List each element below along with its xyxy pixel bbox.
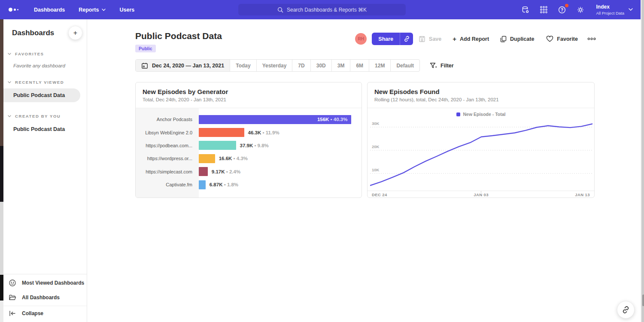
svg-text:30K: 30K	[372, 121, 380, 126]
x-axis-labels: DEC 24 JAN 03 JAN 13	[368, 191, 594, 198]
bar-chart-card: New Episodes by Generator Total, Dec 24t…	[135, 82, 362, 198]
bar-row: Captivate.fm6.87K • 1.8%	[136, 178, 361, 191]
scrollbar[interactable]	[641, 0, 644, 322]
duplicate-label: Duplicate	[510, 36, 534, 42]
svg-text:?: ?	[560, 7, 563, 12]
nav-item-dashboards[interactable]: Dashboards	[34, 7, 65, 13]
scrollbar-thumb[interactable]	[642, 295, 644, 306]
bar-segment[interactable]	[199, 141, 236, 150]
bar-row: https://simplecast.com9.17K • 2.4%	[136, 165, 361, 178]
date-presets: TodayYesterday7D30D3M6M12MDefault	[230, 60, 419, 71]
save-button[interactable]: Save	[419, 36, 441, 43]
footer-item-label: Collapse	[22, 310, 43, 316]
project-subtitle: All Project Data	[596, 11, 624, 15]
date-preset-button[interactable]: 30D	[310, 60, 331, 71]
duplicate-icon	[500, 36, 507, 43]
chart-legend: New Episode - Total	[368, 108, 594, 118]
bar-segment[interactable]	[199, 167, 208, 176]
filter-funnel-icon	[430, 62, 437, 69]
bar-segment[interactable]	[199, 128, 244, 137]
nav-item-users[interactable]: Users	[119, 7, 134, 13]
all-dashboards-button[interactable]: All Dashboards	[3, 290, 87, 305]
section-label: FAVORITES	[15, 52, 44, 56]
favorite-label: Favorite	[557, 36, 578, 42]
footer-item-label: All Dashboards	[22, 295, 60, 301]
sidebar-footer: Most Viewed Dashboards All Dashboards Co…	[3, 274, 87, 322]
help-icon[interactable]: ?	[558, 6, 566, 14]
date-preset-button[interactable]: 3M	[331, 60, 350, 71]
top-nav: Dashboards Reports Users Search Dashboar…	[0, 0, 641, 19]
add-report-label: Add Report	[460, 36, 489, 42]
bar-segment[interactable]	[199, 154, 215, 163]
footer-item-label: Most Viewed Dashboards	[22, 280, 84, 286]
line-series[interactable]	[370, 124, 592, 185]
copy-link-button[interactable]	[400, 33, 413, 45]
filter-label: Filter	[440, 63, 454, 69]
calendar-icon	[141, 62, 148, 69]
date-preset-button[interactable]: 6M	[350, 60, 369, 71]
bar-row: Anchor Podcasts156K • 40.3%	[136, 113, 361, 126]
line-chart-title: New Episodes Found	[374, 88, 587, 95]
favorite-button[interactable]: Favorite	[546, 36, 578, 42]
more-dots-icon	[587, 37, 596, 40]
line-plot-area: 10K20K30K	[368, 118, 594, 191]
apps-grid-icon[interactable]	[540, 6, 548, 14]
date-range-button[interactable]: Dec 24, 2020 — Jan 13, 2021	[136, 60, 230, 71]
settings-icon[interactable]	[576, 6, 585, 14]
bar-row: https://wordpress.or...16.6K • 4.3%	[136, 152, 361, 165]
avatar[interactable]: RH	[355, 33, 367, 45]
project-name: Index	[596, 4, 624, 10]
search-input[interactable]: Search Dashboards & Reports ⌘K	[238, 4, 406, 15]
smiley-icon	[9, 279, 16, 287]
x-tick-label: DEC 24	[372, 192, 387, 197]
add-report-button[interactable]: + Add Report	[453, 35, 489, 43]
copy-link-fab[interactable]	[617, 301, 635, 319]
mixpanel-logo-icon[interactable]	[9, 8, 18, 12]
main-content: Public Podcast Data Public RH Share	[87, 19, 641, 322]
notification-dot	[565, 4, 568, 7]
search-icon	[277, 7, 283, 13]
bar-category-label: https://wordpress.or...	[136, 156, 199, 161]
bar-value-label: 16.6K • 4.3%	[219, 156, 248, 161]
sidebar-item-public-podcast-data-created[interactable]: Public Podcast Data	[3, 122, 87, 136]
section-favorites[interactable]: FAVORITES	[3, 52, 87, 56]
link-icon	[404, 36, 410, 42]
more-options-button[interactable]	[587, 37, 596, 40]
svg-text:20K: 20K	[372, 144, 380, 149]
collapse-sidebar-button[interactable]: Collapse	[3, 306, 87, 322]
nav-item-reports[interactable]: Reports	[79, 7, 106, 13]
dashboard-actions: RH Share	[355, 33, 596, 45]
sidebar-item-public-podcast-data[interactable]: Public Podcast Data	[3, 88, 80, 102]
chevron-down-icon	[8, 81, 11, 84]
bar-value-label: 46.3K • 11.9%	[248, 130, 279, 135]
nav-utilities: ? Index All Project Data	[521, 4, 633, 15]
x-axis-tick	[481, 191, 481, 193]
data-connections-icon[interactable]	[521, 6, 530, 14]
most-viewed-dashboards-button[interactable]: Most Viewed Dashboards	[3, 276, 87, 290]
project-switcher[interactable]: Index All Project Data	[596, 4, 633, 15]
section-recently-viewed[interactable]: RECENTLY VIEWED	[3, 80, 87, 85]
bar-segment[interactable]	[199, 180, 206, 189]
bar-category-label: https://podbean.com...	[136, 143, 199, 148]
bar-chart-subtitle: Total, Dec 24th, 2020 - Jan 13th, 2021	[143, 97, 355, 102]
line-chart-svg[interactable]: 10K20K30K	[370, 118, 592, 191]
date-preset-button[interactable]: 12M	[369, 60, 390, 71]
bar-category-label: Captivate.fm	[136, 182, 199, 187]
section-label: RECENTLY VIEWED	[15, 80, 64, 85]
date-preset-button[interactable]: Yesterday	[256, 60, 292, 71]
chevron-down-icon	[102, 9, 106, 11]
date-preset-button[interactable]: 7D	[292, 60, 310, 71]
bar-chart-title: New Episodes by Generator	[143, 88, 355, 95]
app-window: Dashboards Reports Users Search Dashboar…	[0, 0, 644, 322]
section-created-by-you[interactable]: CREATED BY YOU	[3, 114, 87, 118]
add-dashboard-button[interactable]: +	[68, 26, 82, 40]
date-preset-button[interactable]: Today	[230, 60, 256, 71]
duplicate-button[interactable]: Duplicate	[500, 36, 534, 43]
bar-row: Libsyn WebEngine 2.046.3K • 11.9%	[136, 126, 361, 139]
x-tick-label: JAN 03	[474, 192, 489, 197]
share-button[interactable]: Share	[372, 33, 413, 45]
filter-button[interactable]: Filter	[430, 62, 454, 69]
date-preset-button[interactable]: Default	[390, 60, 419, 71]
x-tick-label: JAN 13	[575, 192, 590, 197]
bar-segment[interactable]: 156K • 40.3%	[199, 115, 351, 124]
